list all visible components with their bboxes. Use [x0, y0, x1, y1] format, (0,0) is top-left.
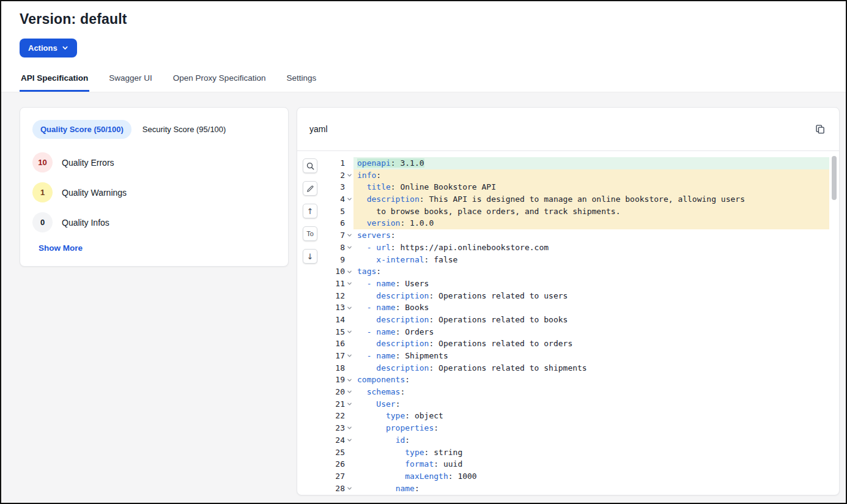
copy-icon[interactable]: [813, 122, 827, 136]
editor-tool-goto[interactable]: To: [303, 226, 317, 241]
code-line[interactable]: 7servers:: [323, 229, 829, 242]
code-token: schemas: [367, 387, 401, 396]
quality-item-label: Quality Warnings: [62, 188, 127, 198]
code-token: [357, 243, 367, 252]
code-line[interactable]: 17 - name: Shipments: [323, 350, 829, 362]
quality-count-badge: 1: [32, 182, 53, 202]
actions-button[interactable]: Actions: [20, 39, 77, 57]
code-line[interactable]: 13 - name: Books: [323, 302, 829, 314]
tab-open-proxy-specification[interactable]: Open Proxy Specification: [172, 73, 267, 92]
fold-chevron-icon[interactable]: [345, 193, 353, 206]
line-number: 7: [340, 229, 345, 242]
code-line[interactable]: 21 User:: [323, 398, 829, 410]
code-line[interactable]: 11 - name: Users: [323, 278, 829, 290]
code-line[interactable]: 20 schemas:: [323, 386, 829, 398]
code-token: info: [357, 171, 376, 180]
code-line[interactable]: 8 - url: https://api.onlinebookstore.com: [323, 242, 829, 254]
line-number: 19: [335, 374, 345, 386]
fold-chevron-icon[interactable]: [345, 169, 353, 182]
fold-chevron-icon[interactable]: [345, 422, 353, 434]
code-line[interactable]: 28 name:: [323, 483, 829, 495]
code-token: - name: [367, 279, 396, 288]
code-token: description: [367, 195, 420, 204]
tab-api-specification[interactable]: API Specification: [20, 73, 89, 92]
code-token: [357, 291, 376, 300]
code-line[interactable]: 10tags:: [323, 265, 829, 278]
code-line[interactable]: 6 version: 1.0.0: [323, 217, 829, 229]
fold-chevron-icon[interactable]: [345, 374, 353, 386]
code-token: : false: [424, 255, 458, 264]
fold-chevron-icon[interactable]: [345, 398, 353, 410]
line-gutter: 14: [323, 314, 353, 326]
code-line[interactable]: 15 - name: Orders: [323, 326, 829, 338]
code-token: [357, 327, 367, 336]
code-token: [357, 182, 367, 191]
code-line[interactable]: 3 title: Online Bookstore API: [323, 181, 829, 193]
code-text: tags:: [353, 265, 829, 278]
code-token: : Online Bookstore API: [391, 182, 496, 191]
fold-slot-empty: [345, 447, 353, 459]
code-line[interactable]: 1openapi: 3.1.0: [323, 157, 829, 169]
line-number: 16: [335, 338, 345, 350]
line-gutter: 26: [323, 458, 353, 470]
fold-chevron-icon[interactable]: [345, 434, 353, 447]
editor-toolbar: ↑To↓: [297, 156, 323, 495]
code-line[interactable]: 27 maxLength: 1000: [323, 470, 829, 483]
code-token: : 1000: [448, 472, 477, 481]
editor-tool-next-change[interactable]: ↓: [303, 249, 317, 264]
scrollbar-thumb[interactable]: [832, 156, 837, 200]
fold-slot-empty: [345, 314, 353, 326]
quality-item-quality-infos: 0Quality Infos: [32, 212, 276, 232]
tab-swagger-ui[interactable]: Swagger UI: [108, 73, 153, 92]
code-line[interactable]: 5 to browse books, place orders, and tra…: [323, 206, 829, 218]
editor-scrollbar[interactable]: [832, 156, 837, 491]
code-text: description: Operations related to users: [353, 290, 829, 302]
editor-tool-previous-change[interactable]: ↑: [303, 204, 317, 218]
fold-chevron-icon[interactable]: [345, 265, 353, 278]
quality-score-tab[interactable]: Quality Score (50/100): [32, 120, 131, 139]
code-line[interactable]: 12 description: Operations related to us…: [323, 290, 829, 302]
code-line[interactable]: 24 id:: [323, 434, 829, 447]
code-line[interactable]: 19components:: [323, 374, 829, 386]
code-line[interactable]: 26 format: uuid: [323, 458, 829, 470]
show-more-link[interactable]: Show More: [39, 243, 83, 253]
code-token: :: [434, 423, 438, 432]
line-gutter: 6: [323, 217, 353, 229]
code-line[interactable]: 23 properties:: [323, 422, 829, 434]
code-text: version: 1.0.0: [353, 217, 829, 229]
fold-chevron-icon[interactable]: [345, 229, 353, 242]
fold-chevron-icon[interactable]: [345, 242, 353, 254]
quality-item-quality-warnings: 1Quality Warnings: [32, 182, 276, 202]
editor-tool-edit[interactable]: [303, 181, 317, 196]
code-line[interactable]: 14 description: Operations related to bo…: [323, 314, 829, 326]
fold-chevron-icon[interactable]: [345, 386, 353, 398]
code-token: properties: [386, 423, 434, 432]
fold-chevron-icon[interactable]: [345, 302, 353, 314]
code-line[interactable]: 2info:: [323, 169, 829, 182]
code-area[interactable]: 1openapi: 3.1.02info:3 title: Online Boo…: [323, 156, 829, 495]
code-line[interactable]: 9 x-internal: false: [323, 254, 829, 266]
code-token: [357, 459, 405, 469]
line-number: 21: [335, 398, 345, 410]
fold-chevron-icon[interactable]: [345, 350, 353, 362]
code-line[interactable]: 16 description: Operations related to or…: [323, 338, 829, 350]
editor-tool-search[interactable]: [303, 158, 317, 173]
chevron-down-icon: [62, 45, 68, 51]
code-token: [357, 472, 405, 481]
line-gutter: 10: [323, 265, 353, 278]
code-token: - name: [367, 351, 396, 360]
tab-settings[interactable]: Settings: [285, 73, 317, 92]
code-line[interactable]: 22 type: object: [323, 410, 829, 422]
fold-chevron-icon[interactable]: [345, 483, 353, 495]
fold-chevron-icon[interactable]: [345, 326, 353, 338]
code-text: description: Operations related to shipm…: [353, 362, 829, 374]
code-line[interactable]: 25 type: string: [323, 447, 829, 459]
code-token: : Users: [396, 279, 429, 288]
code-line[interactable]: 18 description: Operations related to sh…: [323, 362, 829, 374]
fold-chevron-icon[interactable]: [345, 278, 353, 290]
security-score-tab[interactable]: Security Score (95/100): [142, 125, 226, 134]
code-line[interactable]: 4 description: This API is designed to m…: [323, 193, 829, 206]
code-token: :: [391, 231, 396, 240]
line-number: 12: [335, 290, 345, 302]
code-token: : 3.1.0: [391, 158, 424, 168]
